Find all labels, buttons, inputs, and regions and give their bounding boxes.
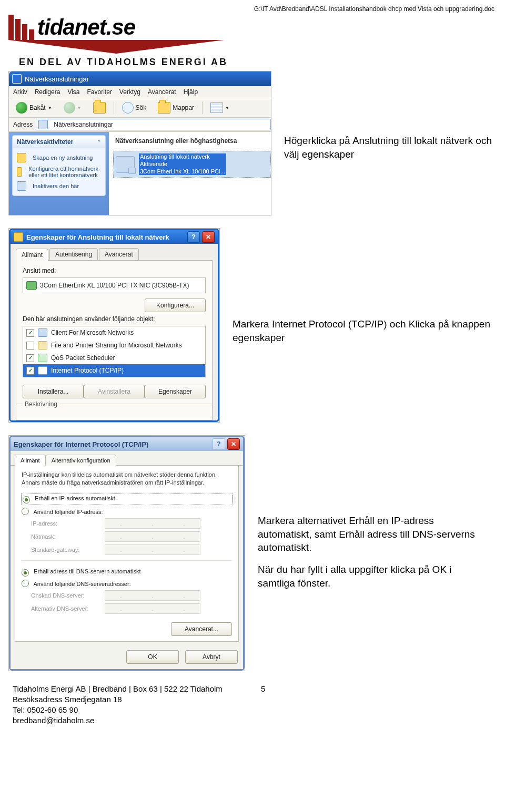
- radio-label: Erhåll adress till DNS-servern automatis…: [34, 568, 141, 574]
- back-button[interactable]: Bakåt ▼: [12, 100, 56, 116]
- wizard-icon: [17, 153, 26, 162]
- menu-redigera[interactable]: Redigera: [35, 88, 60, 96]
- help-button[interactable]: ?: [187, 231, 200, 243]
- back-label: Bakåt: [29, 104, 46, 111]
- instruction-1: Högerklicka på Anslutning till lokalt nä…: [284, 134, 492, 161]
- tasks-card: Nätverksaktiviteter ⌃ Skapa en ny anslut…: [12, 135, 106, 196]
- toolbar: Bakåt ▼ ▼ Sök Mappar: [9, 98, 271, 118]
- radio-auto-dns[interactable]: Erhåll adress till DNS-servern automatis…: [22, 568, 232, 577]
- radio-manual-ip[interactable]: Använd följande IP-adress:: [22, 508, 232, 515]
- radio-manual-dns[interactable]: Använd följande DNS-serveradresser:: [22, 580, 232, 587]
- ip-address-label: IP-adress:: [22, 520, 105, 527]
- views-icon: [210, 102, 223, 113]
- menu-avancerat[interactable]: Avancerat: [148, 88, 176, 96]
- menu-favoriter[interactable]: Favoriter: [87, 88, 112, 96]
- close-button[interactable]: ✕: [227, 438, 240, 450]
- ok-button[interactable]: OK: [126, 650, 179, 664]
- footer-line-4: bredband@tidaholm.se: [13, 715, 505, 726]
- item-label: QoS Packet Scheduler: [51, 354, 115, 362]
- address-input[interactable]: Nätverksanslutningar: [36, 119, 271, 130]
- close-button[interactable]: ✕: [202, 231, 215, 243]
- item-label: File and Printer Sharing for Microsoft N…: [51, 342, 182, 349]
- egenskaper-button[interactable]: Egenskaper: [145, 385, 206, 398]
- folders-button[interactable]: Mappar: [154, 100, 198, 116]
- konfigurera-button[interactable]: Konfigurera...: [145, 299, 206, 312]
- service-icon: [38, 354, 47, 362]
- connection-item-lan[interactable]: Anslutning till lokalt nätverk Aktiverad…: [113, 151, 271, 178]
- installera-button[interactable]: Installera...: [23, 385, 84, 398]
- page-number: 5: [261, 684, 265, 694]
- list-item-client[interactable]: Client For Microsoft Networks: [23, 326, 205, 339]
- dialog-title: Egenskaper för Internet Protocol (TCP/IP…: [14, 440, 148, 448]
- nic-name: 3Com EtherLink XL 10/100 PCI TX NIC (3C9…: [40, 282, 189, 289]
- footer-line-2: Besöksadress Smedjegatan 18: [13, 694, 505, 705]
- task-new-connection[interactable]: Skapa en ny anslutning: [17, 151, 101, 164]
- checkbox[interactable]: [26, 329, 34, 337]
- forward-button[interactable]: ▼: [60, 100, 85, 116]
- radio-icon: [23, 496, 30, 503]
- screenshot-tcpip-properties: Egenskaper för Internet Protocol (TCP/IP…: [8, 435, 245, 671]
- tab-alt-konfiguration[interactable]: Alternativ konfiguration: [46, 455, 116, 466]
- up-button[interactable]: [89, 100, 109, 116]
- checkbox[interactable]: [26, 342, 34, 350]
- tab-avancerat[interactable]: Avancerat: [99, 248, 139, 260]
- avbryt-button[interactable]: Avbryt: [185, 650, 238, 664]
- dns2-input: ...: [105, 603, 200, 614]
- dns1-label: Önskad DNS-server:: [22, 592, 105, 599]
- wizard-icon: [17, 167, 22, 177]
- connection-status: Aktiverade: [139, 161, 226, 168]
- list-item-fileprint[interactable]: File and Printer Sharing for Microsoft N…: [23, 339, 205, 352]
- netmask-label: Nätmask:: [22, 533, 105, 540]
- help-button[interactable]: ?: [213, 438, 225, 450]
- checkbox[interactable]: [26, 367, 34, 375]
- checkbox[interactable]: [26, 354, 34, 362]
- forward-icon: [64, 102, 75, 114]
- components-list[interactable]: Client For Microsoft Networks File and P…: [23, 326, 206, 377]
- menu-visa[interactable]: Visa: [67, 88, 79, 96]
- views-button[interactable]: ▼: [207, 100, 233, 115]
- menu-bar: Arkiv Redigera Visa Favoriter Verktyg Av…: [9, 86, 271, 98]
- lan-icon: [116, 156, 135, 173]
- tab-allmant[interactable]: Allmänt: [16, 249, 48, 261]
- service-icon: [38, 341, 47, 350]
- ip-address-input: ...: [105, 518, 200, 529]
- menu-hjalp[interactable]: Hjälp: [184, 88, 198, 96]
- list-item-qos[interactable]: QoS Packet Scheduler: [23, 352, 205, 364]
- list-item-tcpip[interactable]: Internet Protocol (TCP/IP): [23, 364, 205, 377]
- footer-line-1: Tidaholms Energi AB | Bredband | Box 63 …: [13, 684, 505, 694]
- logo-chevron-icon: [8, 40, 224, 54]
- up-folder-icon: [93, 102, 106, 114]
- instruction-3a: Markera alternativet Erhåll en IP-adress…: [258, 514, 484, 554]
- nic-icon: [26, 281, 37, 290]
- dialog-titlebar[interactable]: Egenskaper för Internet Protocol (TCP/IP…: [11, 437, 243, 451]
- address-label: Adress: [13, 121, 33, 128]
- window-titlebar[interactable]: Nätverksanslutningar: [9, 71, 271, 86]
- side-panel: Nätverksaktiviteter ⌃ Skapa en ny anslut…: [9, 132, 109, 215]
- radio-label: Erhåll en IP-adress automatiskt: [35, 495, 115, 501]
- radio-label: Använd följande IP-adress:: [33, 509, 103, 515]
- chevron-down-icon: ▼: [225, 106, 229, 110]
- menu-arkiv[interactable]: Arkiv: [13, 88, 27, 96]
- toolbar-separator: [114, 101, 114, 114]
- description-text: IP-inställningar kan tilldelas automatis…: [22, 471, 232, 487]
- tab-autentisering[interactable]: Autentisering: [49, 248, 98, 260]
- instruction-3b: När du har fyllt i alla uppgifter klicka…: [258, 563, 484, 590]
- network-icon: [38, 120, 48, 129]
- radio-icon: [22, 580, 29, 587]
- avancerat-button[interactable]: Avancerat...: [171, 622, 232, 636]
- gateway-input: ...: [105, 544, 200, 555]
- connection-name: Anslutning till lokalt nätverk: [139, 153, 226, 161]
- window-title: Nätverksanslutningar: [25, 75, 89, 83]
- logo-bars-icon: [8, 15, 34, 40]
- search-icon: [122, 102, 134, 114]
- instruction-2: Markera Internet Protocol (TCP/IP) och K…: [233, 317, 492, 344]
- collapse-icon[interactable]: ⌃: [97, 139, 101, 145]
- menu-verktyg[interactable]: Verktyg: [119, 88, 140, 96]
- task-home-network[interactable]: Konfigurera ett hemnätverk eller ett lit…: [17, 164, 101, 180]
- search-button[interactable]: Sök: [118, 100, 150, 116]
- tab-allmant[interactable]: Allmänt: [15, 455, 46, 466]
- radio-label: Använd följande DNS-serveradresser:: [33, 581, 130, 587]
- task-disable[interactable]: Inaktivera den här: [17, 180, 101, 192]
- dialog-titlebar[interactable]: Egenskaper för Anslutning till lokalt nä…: [11, 230, 218, 244]
- radio-auto-ip[interactable]: Erhåll en IP-adress automatiskt: [22, 494, 232, 505]
